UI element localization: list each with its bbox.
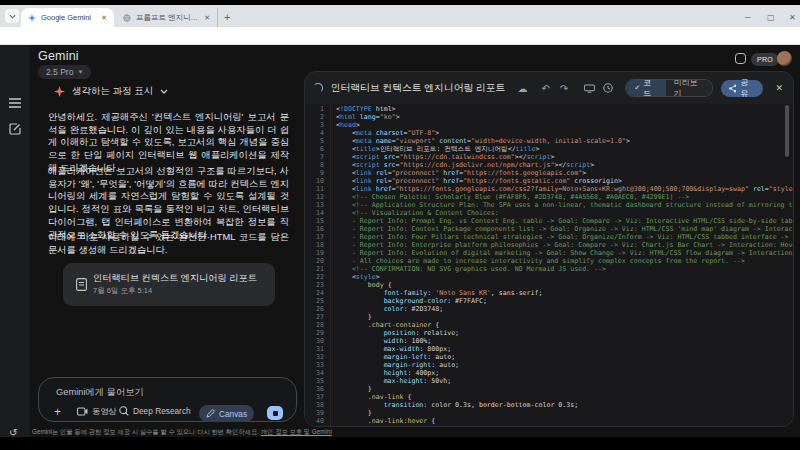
add-attachment-icon[interactable]: +	[54, 406, 61, 418]
video-icon	[77, 407, 88, 416]
thinking-label: 생각하는 과정 표시	[72, 85, 153, 98]
deep-research-icon	[119, 406, 129, 416]
loading-spinner-icon	[313, 83, 323, 93]
device-preview-icon[interactable]	[584, 84, 595, 93]
tab-close-icon[interactable]: ✕	[204, 14, 210, 22]
canvas-header: 인터랙티브 컨텍스트 엔지니어링 리포트 ☁ ↶ ↷ ✓ 코드 미리보기	[305, 72, 793, 104]
user-avatar[interactable]	[777, 51, 792, 66]
new-tab-button[interactable]: +	[224, 11, 230, 23]
stop-generating-button[interactable]	[267, 406, 283, 420]
video-label: 동영상	[92, 406, 117, 417]
new-chat-icon[interactable]	[9, 123, 21, 135]
prompt-composer[interactable]: Gemini에게 물어보기 + 동영상 Deep Research Canvas	[38, 377, 297, 422]
tab-code[interactable]: ✓ 코드	[626, 80, 665, 96]
card-timestamp: 7월 6일 오후 5:14	[93, 286, 152, 296]
disclaimer-text: Gemini는 인물 등에 관한 정보 제공 시 실수를 할 수 있으니 다시 …	[32, 428, 261, 435]
spark-icon	[54, 86, 65, 97]
tab-title: Google Gemini	[41, 13, 96, 22]
model-picker[interactable]: 2.5 Pro ▼	[38, 65, 91, 79]
gemini-favicon-icon	[28, 14, 36, 22]
share-icon	[729, 84, 737, 93]
video-tool-button[interactable]: 동영상	[77, 406, 117, 417]
assistant-paragraph: 애플리케이션은 보고서의 선형적인 구조를 따르기보다, 사용자가 '왜', '…	[48, 165, 289, 241]
tab-close-icon[interactable]: ✕	[101, 14, 107, 22]
left-rail: ↺ ⚙	[0, 45, 30, 437]
canvas-pen-icon	[206, 409, 215, 418]
bottom-black-bar	[0, 437, 800, 450]
window-maximize-button[interactable]: ▢	[767, 14, 775, 22]
assistant-paragraph: 아래에 바로 사용하실 수 있는 완전한 HTML 코드를 담은 문서를 생성해…	[48, 231, 289, 256]
code-content[interactable]: <!DOCTYPE html> <html lang="ko"> <head> …	[331, 104, 793, 426]
code-tab-label: 코드	[643, 79, 657, 97]
undo-icon[interactable]: ↶	[541, 83, 549, 94]
share-button[interactable]: 공유	[721, 80, 764, 97]
model-label: 2.5 Pro	[46, 67, 73, 77]
share-label: 공유	[740, 77, 755, 99]
browser-toolbar: ← → ↻ gemini.google.com/app/ffc20626ed0d…	[0, 27, 800, 45]
line-numbers: 1 2 3 4 5 6 7 8 9 10 11 12 13 14 15 16 1…	[305, 104, 331, 426]
disclaimer: Gemini는 인물 등에 관한 정보 제공 시 실수를 할 수 있으니 다시 …	[32, 428, 298, 437]
browser-tab-inactive[interactable]: 프롬프트 엔지니어링 시작하기 ✕	[116, 8, 218, 27]
cloud-save-icon[interactable]: ☁	[517, 83, 527, 94]
code-editor[interactable]: 1 2 3 4 5 6 7 8 9 10 11 12 13 14 15 16 1…	[305, 104, 793, 426]
canvas-tool-button[interactable]: Canvas	[199, 405, 254, 422]
pro-badge: PRO	[751, 53, 779, 66]
gemini-logo[interactable]: Gemini	[38, 49, 79, 63]
tab-search-button[interactable]	[5, 9, 19, 23]
prompt-input[interactable]: Gemini에게 물어보기	[56, 386, 144, 399]
chevron-down-icon	[160, 89, 168, 94]
site-favicon-icon	[123, 14, 131, 22]
canvas-document-card[interactable]: 인터랙티브 컨텍스트 엔지니어링 리포트 7월 6일 오후 5:14	[63, 263, 275, 306]
deep-research-button[interactable]: Deep Research	[119, 406, 191, 416]
canvas-label: Canvas	[219, 409, 247, 419]
thinking-process-toggle[interactable]: 생각하는 과정 표시	[54, 85, 168, 98]
check-icon: ✓	[634, 84, 640, 92]
window-minimize-button[interactable]: ─	[745, 14, 751, 22]
close-canvas-icon[interactable]: ✕	[775, 83, 783, 93]
stop-icon	[273, 411, 278, 416]
redo-icon[interactable]: ↷	[560, 83, 568, 94]
code-scrollbar[interactable]	[785, 105, 789, 157]
privacy-link[interactable]: 개인 정보 보호 및 Gemini	[261, 428, 332, 435]
card-title: 인터랙티브 컨텍스트 엔지니어링 리포트	[93, 272, 257, 285]
tab-title: 프롬프트 엔지니어링 시작하기	[136, 13, 199, 23]
version-history-icon[interactable]	[603, 83, 613, 93]
canvas-title: 인터랙티브 컨텍스트 엔지니어링 리포트	[331, 82, 506, 95]
canvas-panel: 인터랙티브 컨텍스트 엔지니어링 리포트 ☁ ↶ ↷ ✓ 코드 미리보기	[304, 71, 794, 427]
chevron-down-icon: ▼	[77, 69, 83, 75]
gemini-apps-icon[interactable]	[735, 53, 746, 64]
tab-preview[interactable]: 미리보기	[666, 80, 712, 96]
screen: Google Gemini ✕ 프롬프트 엔지니어링 시작하기 ✕ + ─ ▢ …	[0, 0, 800, 450]
browser-tabstrip: Google Gemini ✕ 프롬프트 엔지니어링 시작하기 ✕ + ─ ▢ …	[0, 5, 800, 27]
document-icon	[76, 278, 87, 291]
browser-tab-active[interactable]: Google Gemini ✕	[21, 8, 114, 27]
code-preview-toggle: ✓ 코드 미리보기	[625, 79, 712, 97]
preview-tab-label: 미리보기	[674, 79, 704, 97]
menu-icon[interactable]	[9, 98, 21, 108]
deep-research-label: Deep Research	[133, 406, 191, 416]
window-close-button[interactable]: ✕	[789, 14, 796, 22]
